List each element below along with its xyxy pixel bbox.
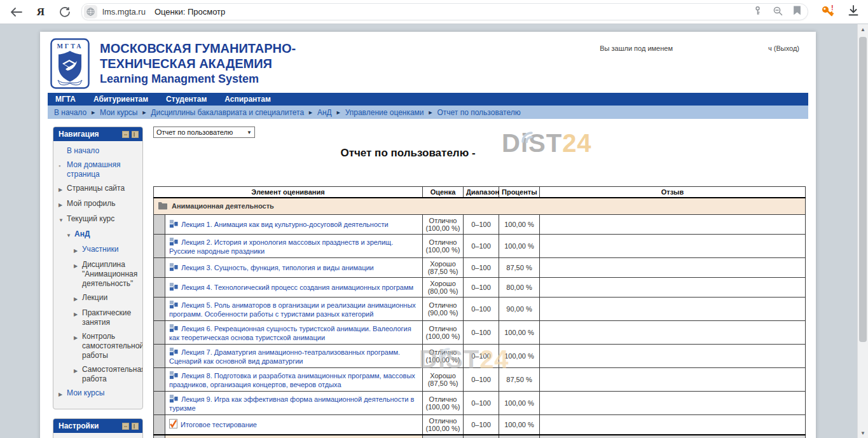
sidebar-item-label[interactable]: АнД: [74, 229, 90, 240]
feedback-cell: [540, 344, 806, 367]
spacer: [59, 146, 67, 156]
tree-collapsed-icon[interactable]: ▶: [74, 260, 82, 289]
grade-item-link[interactable]: Лекция 9. Игра как эффективная форма ани…: [169, 395, 414, 412]
sidebar-item-label[interactable]: Участники: [82, 245, 118, 256]
tree-collapsed-icon[interactable]: ▶: [59, 184, 67, 195]
grade-cell: Отлично(100,00 %): [423, 344, 464, 367]
browser-toolbar: Я lms.mgta.ru Оценки: Просмотр !: [0, 0, 868, 24]
nav-item-мгта[interactable]: МГТА: [55, 95, 76, 104]
grade-item-link[interactable]: Лекция 3. Сущность, функция, типология и…: [181, 264, 374, 271]
sidebar-item[interactable]: ▼Текущий курс: [57, 214, 140, 225]
block-dock-icon[interactable]: [132, 131, 139, 138]
tree-collapsed-icon[interactable]: ▶: [74, 245, 82, 256]
svg-text:МГТА: МГТА: [57, 43, 83, 50]
nav-item-аспирантам[interactable]: Аспирантам: [224, 95, 271, 104]
lesson-icon: [169, 371, 178, 381]
grade-item-link[interactable]: Лекция 5. Роль аниматоров в организации …: [169, 301, 416, 318]
sidebar-item[interactable]: ▶Мой профиль: [57, 199, 140, 210]
tree-collapsed-icon[interactable]: ▶: [74, 332, 82, 360]
percent-cell: 87,50 %: [499, 257, 540, 277]
grade-item-link[interactable]: Лекция 2. История и хронология массовых …: [169, 238, 393, 255]
settings-block: Настройки ▼Управление оценкамиОбзорный о…: [53, 418, 143, 438]
tree-collapsed-icon[interactable]: ▶: [74, 365, 82, 384]
tree-collapsed-icon[interactable]: ▶: [74, 293, 82, 304]
logout-link[interactable]: ч (Выход): [768, 44, 799, 52]
percent-cell: 100,00 %: [499, 344, 540, 367]
grade-item-link[interactable]: Лекция 1. Анимация как вид культурно-дос…: [181, 221, 389, 228]
svg-text:!: !: [831, 4, 834, 11]
grade-item-link[interactable]: Лекция 4. Технологический процесс создан…: [181, 284, 413, 291]
address-bar[interactable]: lms.mgta.ru Оценки: Просмотр: [81, 3, 808, 20]
category-row: Анимационная деятельность: [154, 198, 806, 215]
breadcrumb-link[interactable]: Управление оценками: [345, 108, 424, 117]
grade-item-link[interactable]: Итоговое тестирование: [181, 421, 257, 428]
sidebar-item[interactable]: ▶Контроль самостоятельной работы: [57, 332, 140, 360]
col-header-grade: Оценка: [423, 187, 464, 198]
sidebar-item[interactable]: ▶Лекции: [57, 293, 140, 304]
address-url[interactable]: lms.mgta.ru: [102, 7, 146, 17]
breadcrumb-link[interactable]: В начало: [54, 108, 86, 117]
password-manager-icon[interactable]: !: [821, 4, 835, 20]
range-cell: 0–100: [464, 367, 499, 391]
grade-item-link[interactable]: Лекция 7. Драматургия анимационно-театра…: [169, 348, 400, 365]
sidebar-item-label[interactable]: В начало: [67, 146, 99, 156]
tree-collapsed-icon[interactable]: ▶: [74, 308, 82, 327]
tree-collapsed-icon[interactable]: ▶: [59, 199, 67, 210]
grade-item-row: Лекция 7. Драматургия анимационно-театра…: [154, 344, 806, 367]
sidebar-item-label[interactable]: Моя домашняя страница: [67, 160, 140, 179]
quiz-icon: [169, 419, 177, 430]
indent-cell: [154, 435, 165, 438]
nav-item-абитуриентам[interactable]: Абитуриентам: [93, 95, 148, 104]
zoom-page-icon[interactable]: [773, 6, 783, 18]
range-cell: 0–100: [464, 344, 499, 367]
nav-item-студентам[interactable]: Студентам: [166, 95, 207, 104]
tree-expanded-icon[interactable]: ▼: [66, 229, 74, 240]
breadcrumb-separator-icon: ►: [336, 109, 341, 116]
grade-item-row: Лекция 4. Технологический процесс создан…: [154, 277, 806, 297]
sidebar-item[interactable]: ▼АнД: [57, 229, 140, 240]
grade-item-link[interactable]: Лекция 6. Рекреационная сущность туристс…: [169, 325, 411, 341]
percent-cell: 100,00 %: [499, 234, 540, 257]
grade-item-row: Лекция 1. Анимация как вид культурно-дос…: [154, 214, 806, 234]
block-collapse-icon[interactable]: [122, 423, 129, 430]
indent-cell: [154, 257, 165, 277]
bookmark-icon[interactable]: [793, 6, 801, 18]
sidebar-item-label: Страницы сайта: [67, 184, 125, 195]
sidebar-item[interactable]: ▶Самостоятельная работа: [57, 365, 140, 384]
breadcrumb-link[interactable]: Мои курсы: [100, 108, 137, 117]
range-cell: 0–100: [464, 297, 499, 320]
breadcrumb-link[interactable]: АнД: [317, 108, 332, 117]
breadcrumb-link[interactable]: Отчет по пользователю: [437, 108, 521, 117]
download-icon[interactable]: [848, 5, 859, 19]
range-cell: 0–100: [464, 214, 499, 234]
sidebar-item[interactable]: ▪Моя домашняя страница: [57, 160, 140, 179]
breadcrumb-link[interactable]: Дисциплины бакалавриата и специалитета: [151, 108, 304, 117]
block-collapse-icon[interactable]: [122, 131, 129, 138]
indent-cell: [154, 367, 165, 391]
sidebar-item-label[interactable]: Мои курсы: [67, 388, 104, 399]
sidebar-item[interactable]: ▶Мои курсы: [57, 388, 140, 399]
grade-cell: Отлично(100,00 %): [423, 320, 464, 344]
sidebar-item[interactable]: ▶Участники: [57, 245, 140, 256]
report-type-select[interactable]: Отчет по пользователю ▼: [153, 127, 255, 138]
tree-collapsed-icon[interactable]: ▶: [59, 388, 67, 399]
scroll-up-icon[interactable]: ▲: [858, 24, 868, 34]
back-icon[interactable]: [9, 4, 24, 20]
key-icon[interactable]: [753, 6, 762, 18]
folder-icon: [158, 202, 168, 211]
block-dock-icon[interactable]: [132, 423, 139, 430]
sidebar-item[interactable]: ▶Практические занятия: [57, 308, 140, 327]
grade-item-row: Лекция 9. Игра как эффективная форма ани…: [154, 391, 806, 414]
feedback-cell: [540, 435, 806, 438]
sidebar-item[interactable]: ▶Дисциплина "Анимационная деятельность": [57, 260, 140, 289]
sidebar-item[interactable]: В начало: [57, 146, 140, 156]
grade-item-link[interactable]: Лекция 8. Подготовка и разработка анимац…: [169, 372, 415, 388]
refresh-icon[interactable]: [57, 4, 72, 20]
yandex-browser-icon[interactable]: Я: [33, 4, 48, 20]
vertical-scrollbar[interactable]: ▲ ▼: [857, 24, 868, 438]
tree-expanded-icon[interactable]: ▼: [59, 214, 67, 225]
scroll-down-icon[interactable]: ▼: [858, 428, 868, 438]
scrollbar-thumb[interactable]: [859, 37, 867, 342]
indent-cell: [154, 214, 165, 234]
sidebar-item[interactable]: ▶Страницы сайта: [57, 184, 140, 195]
